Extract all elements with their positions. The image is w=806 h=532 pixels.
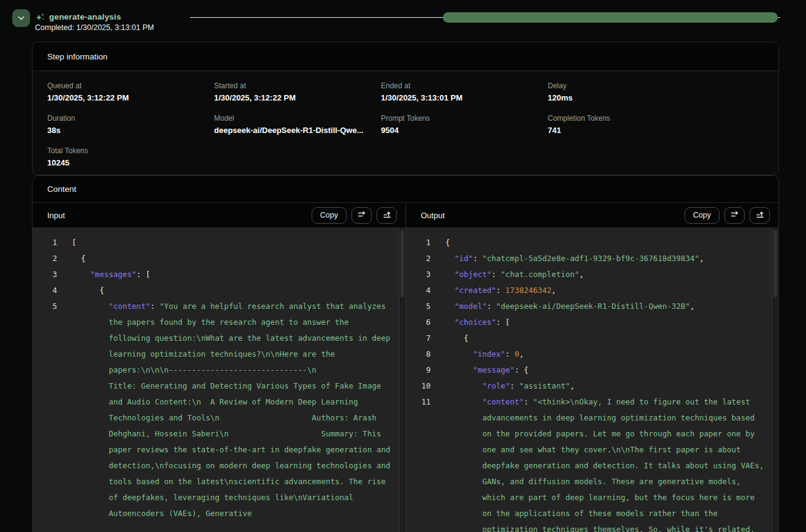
field-delay: Delay 120ms xyxy=(548,82,715,102)
code-content: { xyxy=(431,330,772,346)
scroll-top-icon xyxy=(755,210,765,221)
line-number: 1 xyxy=(33,235,57,251)
field-ended-at: Ended at 1/30/2025, 3:13:01 PM xyxy=(381,82,548,102)
line-number: 2 xyxy=(33,251,57,267)
code-content: "object": "chat.completion", xyxy=(431,267,772,283)
wrap-text-button[interactable] xyxy=(724,207,745,224)
line-number: 7 xyxy=(406,330,431,346)
code-content: "role": "assistant", xyxy=(431,378,772,394)
field-started-at: Started at 1/30/2025, 3:12:22 PM xyxy=(214,82,381,102)
line-number: 5 xyxy=(406,298,431,314)
field-duration: Duration 38s xyxy=(47,114,214,135)
line-number: 1 xyxy=(406,235,431,251)
code-content: "index": 0, xyxy=(431,346,772,362)
wrap-text-button[interactable] xyxy=(351,207,372,224)
input-title: Input xyxy=(47,211,312,220)
sparkles-icon xyxy=(35,12,45,23)
code-line: 10"role": "assistant", xyxy=(406,378,772,394)
line-number: 2 xyxy=(406,251,431,267)
code-line: 3"messages": [ xyxy=(33,267,399,283)
output-json-viewer[interactable]: 1{2"id": "chatcmpl-5a5d2e8e-adf1-9329-bf… xyxy=(406,228,778,532)
copy-input-button[interactable]: Copy xyxy=(312,207,347,224)
code-line: 5"content": "You are a helpful research … xyxy=(33,298,399,522)
line-number: 3 xyxy=(33,267,57,283)
code-line: 2{ xyxy=(33,251,399,267)
code-content: "messages": [ xyxy=(57,267,399,283)
code-content: [ xyxy=(57,235,399,251)
field-total-tokens: Total Tokens 10245 xyxy=(47,146,214,167)
output-title: Output xyxy=(421,211,685,220)
line-number: 3 xyxy=(406,267,431,283)
line-number: 4 xyxy=(33,283,57,298)
code-content: { xyxy=(57,283,399,298)
code-line: 5"model": "deepseek-ai/DeepSeek-R1-Disti… xyxy=(406,298,772,314)
code-content: "model": "deepseek-ai/DeepSeek-R1-Distil… xyxy=(431,298,772,314)
scroll-top-icon xyxy=(382,210,392,221)
code-line: 2"id": "chatcmpl-5a5d2e8e-adf1-9329-bf9c… xyxy=(406,251,772,267)
input-header: Input Copy xyxy=(33,203,405,228)
content-title: Content xyxy=(47,184,76,194)
code-content: "created": 1738246342, xyxy=(431,283,772,298)
input-json-viewer[interactable]: 1[2{3"messages": [4{5"content": "You are… xyxy=(33,228,405,532)
scroll-top-button[interactable] xyxy=(377,207,397,224)
step-information-panel: Step information Queued at 1/30/2025, 3:… xyxy=(32,42,779,175)
line-number: 6 xyxy=(406,314,431,330)
input-scrollbar[interactable] xyxy=(399,228,405,532)
output-code-lines: 1{2"id": "chatcmpl-5a5d2e8e-adf1-9329-bf… xyxy=(406,235,772,532)
line-number: 10 xyxy=(406,378,431,394)
output-panel: Output Copy xyxy=(405,203,778,532)
code-content: "content": "<think>\nOkay, I need to fig… xyxy=(431,394,772,532)
code-line: 6"choices": [ xyxy=(406,314,772,330)
step-information-title: Step information xyxy=(47,52,107,61)
code-line: 4{ xyxy=(33,283,399,298)
chevron-down-icon xyxy=(17,14,25,22)
step-fields-grid: Queued at 1/30/2025, 3:12:22 PM Started … xyxy=(33,71,778,167)
step-completed-timestamp: Completed: 1/30/2025, 3:13:01 PM xyxy=(35,23,154,32)
step-name: generate-analysis xyxy=(49,12,121,21)
input-panel: Input Copy xyxy=(33,203,405,532)
wrap-text-icon xyxy=(730,210,740,221)
copy-output-button[interactable]: Copy xyxy=(685,207,720,224)
output-scrollbar-thumb[interactable] xyxy=(773,230,777,297)
timeline-duration-bar[interactable] xyxy=(443,12,778,23)
code-line: 7{ xyxy=(406,330,772,346)
input-code-lines: 1[2{3"messages": [4{5"content": "You are… xyxy=(33,235,399,522)
wrap-text-icon xyxy=(357,210,367,221)
line-number: 9 xyxy=(406,362,431,378)
code-content: "choices": [ xyxy=(431,314,772,330)
code-content: { xyxy=(57,251,399,267)
code-line: 11"content": "<think>\nOkay, I need to f… xyxy=(406,394,772,532)
output-header: Output Copy xyxy=(406,203,778,228)
input-output-split: Input Copy xyxy=(33,203,778,532)
trace-step-header: generate-analysis Completed: 1/30/2025, … xyxy=(0,0,806,38)
line-number: 8 xyxy=(406,346,431,362)
line-number: 11 xyxy=(406,394,431,410)
code-line: 3"object": "chat.completion", xyxy=(406,267,772,283)
code-content: "message": { xyxy=(431,362,772,378)
content-panel: Content Input Copy xyxy=(32,175,779,532)
field-queued-at: Queued at 1/30/2025, 3:12:22 PM xyxy=(47,82,214,102)
code-line: 1{ xyxy=(406,235,772,251)
code-line: 4"created": 1738246342, xyxy=(406,283,772,298)
step-information-header: Step information xyxy=(33,42,778,71)
field-prompt-tokens: Prompt Tokens 9504 xyxy=(381,114,548,135)
code-line: 8"index": 0, xyxy=(406,346,772,362)
input-scrollbar-thumb[interactable] xyxy=(401,230,404,297)
field-model: Model deepseek-ai/DeepSeek-R1-Distill-Qw… xyxy=(214,114,381,135)
output-scrollbar[interactable] xyxy=(772,228,778,532)
code-line: 9"message": { xyxy=(406,362,772,378)
timeline-track xyxy=(190,7,780,28)
line-number: 5 xyxy=(33,298,57,314)
code-content: "id": "chatcmpl-5a5d2e8e-adf1-9329-bf9c-… xyxy=(431,251,772,267)
line-number: 4 xyxy=(406,283,431,298)
code-line: 1[ xyxy=(33,235,399,251)
scroll-top-button[interactable] xyxy=(750,207,770,224)
collapse-step-button[interactable] xyxy=(12,9,30,27)
field-completion-tokens: Completion Tokens 741 xyxy=(548,114,715,135)
code-content: "content": "You are a helpful research a… xyxy=(57,298,399,522)
content-header: Content xyxy=(33,176,778,203)
code-content: { xyxy=(431,235,772,251)
